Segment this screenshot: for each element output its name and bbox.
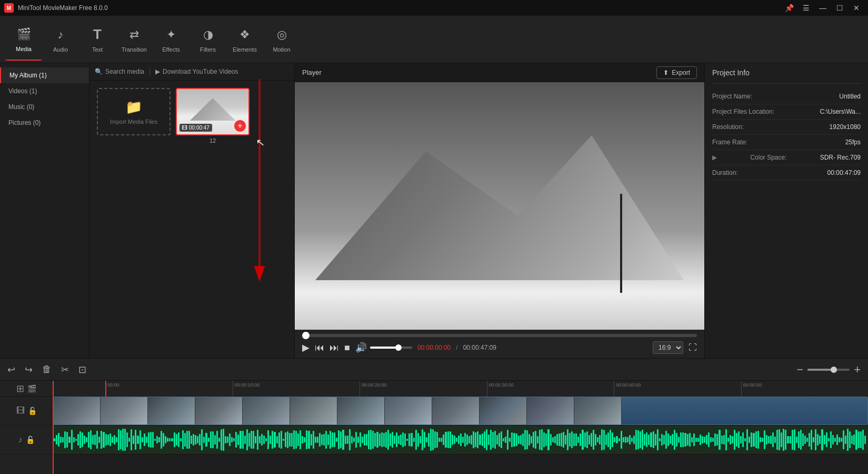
track-labels: ⊞ 🎬 🎞 🔓 ♪ 🔓 <box>0 381 53 474</box>
aspect-ratio-select[interactable]: 16:9 4:3 1:1 9:16 <box>653 341 683 354</box>
import-media-box[interactable]: 📁 Import Media Files <box>97 88 171 135</box>
skip-back-button[interactable]: ⏮ <box>315 342 324 353</box>
cut-button[interactable]: ✂ <box>61 364 69 376</box>
clip-number-label: 12 <box>176 135 250 144</box>
toolbar-transition[interactable]: ⇄ Transition <box>116 18 153 61</box>
media-thumbnail: 🎞 00:00:47 + 12 <box>176 88 250 144</box>
clip-duration-badge: 🎞 00:00:47 <box>179 124 212 132</box>
zoom-in-button[interactable]: + <box>854 363 861 377</box>
pin-button[interactable]: 📌 <box>782 3 796 13</box>
wave-bar <box>667 433 669 446</box>
audio-track[interactable] <box>53 426 868 455</box>
add-track-button[interactable]: ⊞ <box>16 383 24 394</box>
wave-bar <box>443 434 444 445</box>
wave-bar <box>308 431 310 449</box>
crop-button[interactable]: ⊡ <box>78 364 86 376</box>
wave-bar <box>154 439 156 441</box>
wave-bar <box>573 433 575 446</box>
toolbar-motion[interactable]: ◎ Motion <box>263 18 300 61</box>
wave-bar <box>533 432 534 448</box>
wave-bar <box>86 437 87 443</box>
wave-bar <box>697 438 699 442</box>
wave-bar <box>450 431 451 448</box>
zoom-bar[interactable] <box>807 369 850 371</box>
wave-bar <box>702 436 703 444</box>
close-button[interactable]: ✕ <box>849 3 864 13</box>
wave-bar <box>800 430 802 450</box>
wave-bar <box>792 430 793 450</box>
video-clip[interactable]: 🎞 12 <box>53 397 868 425</box>
search-media-button[interactable]: 🔍 Search media <box>95 68 144 75</box>
menu-button[interactable]: ☰ <box>799 3 813 13</box>
sidebar-item-music[interactable]: Music (0) <box>0 99 89 115</box>
add-to-timeline-button[interactable]: + <box>234 120 246 132</box>
wave-bar <box>783 429 784 450</box>
control-row: ▶ ⏮ ⏭ ■ 🔊 00:00:00:00 / 00:00:47:09 16:9… <box>302 341 697 354</box>
wave-bar <box>858 431 860 448</box>
toolbar-text[interactable]: T Text <box>79 18 116 61</box>
ruler-mark-30: 00:00:30:00 <box>487 381 614 397</box>
wave-bar <box>526 430 528 449</box>
sidebar-item-pictures[interactable]: Pictures (0) <box>0 115 89 131</box>
wave-bar <box>774 437 776 443</box>
minimize-button[interactable]: — <box>815 3 830 13</box>
stop-button[interactable]: ■ <box>344 342 350 353</box>
wave-bar <box>586 431 588 448</box>
audio-lock-icon[interactable]: 🔓 <box>26 436 35 444</box>
player-video[interactable] <box>295 82 704 330</box>
toolbar-filters[interactable]: ◑ Filters <box>189 18 226 61</box>
download-youtube-button[interactable]: ▶ Download YouTube Videos <box>155 68 238 75</box>
wave-bar <box>550 434 552 446</box>
progress-thumb[interactable] <box>302 332 310 339</box>
video-track[interactable]: 🎞 12 <box>53 397 868 426</box>
wave-bar <box>436 432 438 448</box>
toolbar-audio[interactable]: ♪ Audio <box>42 18 79 61</box>
export-button[interactable]: ⬆ Export <box>656 66 697 79</box>
maximize-button[interactable]: ☐ <box>832 3 847 13</box>
wave-bar <box>616 436 617 443</box>
toolbar-elements[interactable]: ❖ Elements <box>226 18 263 61</box>
play-button[interactable]: ▶ <box>302 342 310 353</box>
undo-button[interactable]: ↩ <box>7 364 15 376</box>
wave-bar <box>605 434 607 445</box>
wave-bar <box>182 430 184 449</box>
wave-bar <box>342 430 344 450</box>
wave-bar <box>447 431 449 449</box>
zoom-out-button[interactable]: − <box>796 363 803 377</box>
fullscreen-button[interactable]: ⛶ <box>689 343 697 352</box>
volume-button[interactable]: 🔊 <box>355 342 367 353</box>
toolbar-media[interactable]: 🎬 Media <box>5 18 42 61</box>
wave-bar <box>370 430 372 450</box>
time-current: 00:00:00:00 <box>417 344 451 351</box>
wave-bar <box>764 430 765 450</box>
volume-bar[interactable] <box>370 347 412 349</box>
lock-icon[interactable]: 🔓 <box>28 407 37 415</box>
wave-bar <box>392 432 393 448</box>
wave-bar <box>197 436 198 444</box>
wave-bar <box>167 438 168 441</box>
wave-bar <box>595 434 596 446</box>
wave-bar <box>832 435 834 445</box>
wave-bar <box>94 434 96 445</box>
wave-bar <box>274 432 275 448</box>
wave-bar <box>355 432 357 448</box>
sidebar-item-videos[interactable]: Videos (1) <box>0 83 89 99</box>
wave-bar <box>665 431 667 448</box>
wave-bar <box>738 431 740 448</box>
progress-bar[interactable] <box>302 334 697 337</box>
delete-button[interactable]: 🗑 <box>42 364 52 375</box>
redo-button[interactable]: ↪ <box>25 364 33 376</box>
media-add-icon[interactable]: 🎬 <box>27 384 36 393</box>
skip-forward-button[interactable]: ⏭ <box>330 342 339 353</box>
wave-bar <box>135 430 136 450</box>
value-color-space: SDR- Rec.709 <box>820 154 861 161</box>
thumbnail-image[interactable]: 🎞 00:00:47 + <box>176 88 250 135</box>
wave-bar <box>142 437 143 442</box>
toolbar-effects[interactable]: ✦ Effects <box>153 18 189 61</box>
wave-bar <box>77 434 79 446</box>
sidebar-item-my-album[interactable]: My Album (1) <box>0 67 89 83</box>
zoom-fill <box>807 369 833 371</box>
toolbar: 🎬 Media ♪ Audio T Text ⇄ Transition ✦ Ef… <box>0 16 868 63</box>
volume-control: 🔊 <box>355 342 412 353</box>
wave-bar <box>60 437 62 443</box>
